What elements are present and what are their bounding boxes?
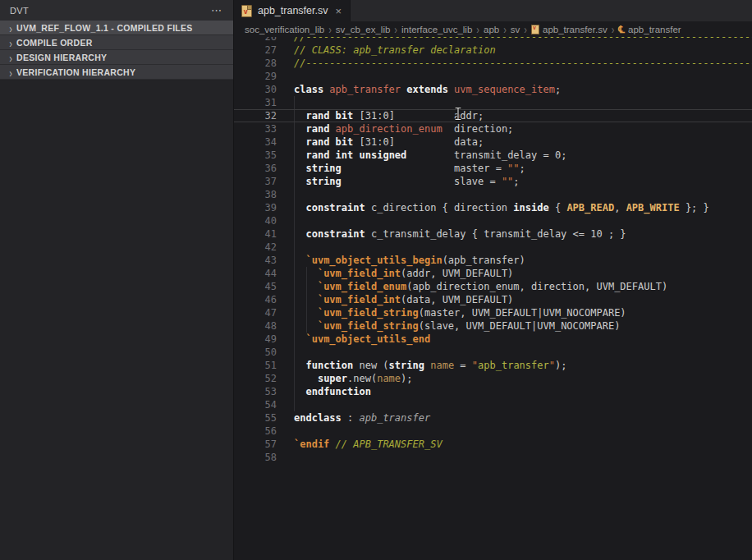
line-number: 39	[234, 201, 277, 214]
code-text: `endif // APB_TRANSFER_SV	[277, 438, 442, 451]
breadcrumb: soc_verification_lib › sv_cb_ex_lib › in…	[234, 21, 752, 37]
code-text	[277, 425, 294, 438]
code-line-38[interactable]: 38	[234, 188, 752, 201]
line-number: 49	[234, 333, 277, 346]
code-line-36[interactable]: 36 string master = "";	[234, 162, 752, 175]
code-line-33[interactable]: 33 rand apb_direction_enum direction;	[234, 122, 752, 135]
close-icon[interactable]: ×	[335, 6, 342, 16]
code-text	[277, 398, 294, 411]
code-text: constraint c_direction { direction insid…	[277, 201, 709, 214]
code-text	[277, 188, 294, 201]
line-number: 56	[234, 425, 277, 438]
chevron-right-icon: ›	[612, 23, 615, 36]
code-line-51[interactable]: 51 function new (string name = "apb_tran…	[234, 359, 752, 372]
tab-apb-transfer-sv[interactable]: apb_transfer.sv ×	[234, 0, 351, 21]
code-line-52[interactable]: 52 super.new(name);	[234, 372, 752, 385]
code-line-39[interactable]: 39 constraint c_direction { direction in…	[234, 201, 752, 214]
code-text: `uvm_field_enum(apb_direction_enum, dire…	[277, 280, 667, 293]
code-line-29[interactable]: 29	[234, 70, 752, 83]
more-actions-icon[interactable]: ⋯	[211, 4, 223, 16]
code-line-45[interactable]: 45 `uvm_field_enum(apb_direction_enum, d…	[234, 280, 752, 293]
line-number: 41	[234, 227, 277, 241]
code-line-50[interactable]: 50	[234, 346, 752, 359]
sidebar-section-compiled-files[interactable]: › UVM_REF_FLOW_1.1 - COMPILED FILES	[0, 21, 233, 35]
code-text: `uvm_object_utils_begin(apb_transfer)	[277, 254, 525, 267]
code-text: // CLASS: apb_transfer declaration	[277, 44, 496, 57]
tab-bar: apb_transfer.sv ×	[234, 0, 752, 21]
line-number: 55	[234, 411, 277, 425]
line-number: 29	[234, 70, 277, 83]
code-line-57[interactable]: 57`endif // APB_TRANSFER_SV	[234, 438, 752, 451]
line-number: 31	[234, 96, 277, 109]
code-text	[277, 70, 294, 83]
line-number: 38	[234, 188, 277, 201]
breadcrumb-item-class[interactable]: ℄ apb_transfer	[618, 24, 681, 35]
code-line-32[interactable]: 32 rand bit [31:0] addr;	[234, 109, 752, 122]
chevron-right-icon: ›	[503, 23, 507, 36]
sidebar-section-label: COMPILE ORDER	[16, 38, 93, 48]
code-line-55[interactable]: 55endclass : apb_transfer	[234, 411, 752, 425]
line-number: 45	[234, 280, 277, 293]
line-number: 33	[234, 122, 277, 135]
code-text: rand bit [31:0] data;	[277, 135, 484, 149]
code-text: `uvm_field_string(slave, UVM_DEFAULT|UVM…	[277, 319, 620, 333]
code-line-28[interactable]: 28//------------------------------------…	[234, 57, 752, 70]
sidebar-section-verification-hierarchy[interactable]: › VERIFICATION HIERARCHY	[0, 65, 233, 80]
code-line-53[interactable]: 53 endfunction	[234, 385, 752, 398]
breadcrumb-item[interactable]: interface_uvc_lib	[401, 25, 472, 34]
code-line-46[interactable]: 46 `uvm_field_int(data, UVM_DEFAULT)	[234, 293, 752, 306]
code-line-49[interactable]: 49 `uvm_object_utils_end	[234, 333, 752, 346]
code-text	[277, 214, 294, 227]
line-number: 43	[234, 254, 277, 267]
code-line-58[interactable]: 58	[234, 451, 752, 464]
code-editor[interactable]: 26//------------------------------------…	[234, 37, 752, 560]
code-line-40[interactable]: 40	[234, 214, 752, 227]
side-panel-header: DVT ⋯	[0, 0, 233, 21]
line-number: 58	[234, 451, 277, 464]
breadcrumb-item[interactable]: sv_cb_ex_lib	[336, 25, 390, 34]
code-text: rand bit [31:0] addr;	[277, 110, 484, 122]
code-line-56[interactable]: 56	[234, 425, 752, 438]
line-number: 26	[234, 37, 277, 44]
line-number: 37	[234, 175, 277, 188]
code-text: //--------------------------------------…	[277, 37, 752, 44]
class-icon: ℄	[618, 24, 625, 35]
side-panel-title: DVT	[10, 6, 211, 16]
sv-file-icon	[531, 25, 539, 34]
editor-group: apb_transfer.sv × soc_verification_lib ›…	[234, 0, 752, 560]
code-line-43[interactable]: 43 `uvm_object_utils_begin(apb_transfer)	[234, 254, 752, 267]
breadcrumb-item-file[interactable]: apb_transfer.sv	[531, 25, 608, 34]
code-text: string slave = "";	[277, 175, 520, 188]
chevron-right-icon: ›	[524, 23, 527, 36]
breadcrumb-item[interactable]: sv	[511, 25, 520, 34]
code-line-27[interactable]: 27// CLASS: apb_transfer declaration	[234, 44, 752, 57]
code-text: `uvm_field_int(data, UVM_DEFAULT)	[277, 293, 513, 306]
tab-label: apb_transfer.sv	[258, 5, 328, 16]
code-line-54[interactable]: 54	[234, 398, 752, 411]
breadcrumb-item[interactable]: apb	[484, 25, 499, 34]
code-line-35[interactable]: 35 rand int unsigned transmit_delay = 0;	[234, 149, 752, 162]
line-number: 57	[234, 438, 277, 451]
line-number: 35	[234, 149, 277, 162]
code-text: class apb_transfer extends uvm_sequence_…	[277, 83, 561, 96]
code-line-30[interactable]: 30class apb_transfer extends uvm_sequenc…	[234, 83, 752, 96]
code-line-37[interactable]: 37 string slave = "";	[234, 175, 752, 188]
code-line-41[interactable]: 41 constraint c_transmit_delay { transmi…	[234, 227, 752, 241]
code-line-31[interactable]: 31	[234, 96, 752, 109]
code-line-48[interactable]: 48 `uvm_field_string(slave, UVM_DEFAULT|…	[234, 319, 752, 333]
sidebar-section-label: VERIFICATION HIERARCHY	[16, 67, 135, 77]
code-lines: 26//------------------------------------…	[234, 37, 752, 464]
code-line-26[interactable]: 26//------------------------------------…	[234, 37, 752, 44]
line-number: 47	[234, 306, 277, 319]
code-text	[277, 241, 294, 254]
code-line-34[interactable]: 34 rand bit [31:0] data;	[234, 135, 752, 149]
code-line-47[interactable]: 47 `uvm_field_string(master, UVM_DEFAULT…	[234, 306, 752, 319]
line-number: 50	[234, 346, 277, 359]
code-text: endfunction	[277, 385, 371, 398]
sidebar-section-design-hierarchy[interactable]: › DESIGN HIERARCHY	[0, 50, 233, 65]
sidebar-section-compile-order[interactable]: › COMPILE ORDER	[0, 35, 233, 50]
breadcrumb-item[interactable]: soc_verification_lib	[245, 25, 324, 34]
code-line-44[interactable]: 44 `uvm_field_int(addr, UVM_DEFAULT)	[234, 267, 752, 280]
code-text: constraint c_transmit_delay { transmit_d…	[277, 227, 626, 241]
code-line-42[interactable]: 42	[234, 241, 752, 254]
